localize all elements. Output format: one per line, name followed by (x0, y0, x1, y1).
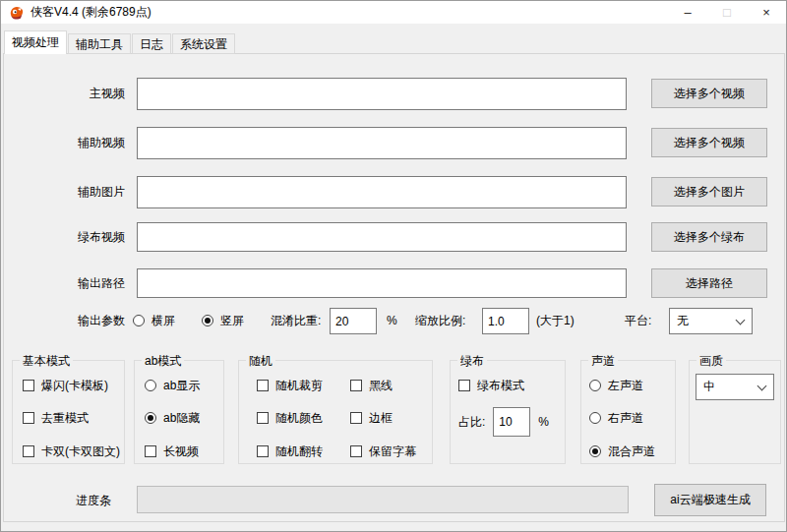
radio-icon (589, 380, 601, 391)
select-aux-images-button[interactable]: 选择多个图片 (651, 177, 767, 207)
radio-icon (202, 315, 213, 326)
keep-subtitles-label: 保留字幕 (369, 443, 416, 460)
platform-select[interactable]: 无 (669, 308, 753, 334)
green-ratio-label: 占比: (458, 414, 485, 431)
checkbox-icon (458, 380, 470, 391)
left-channel-radio[interactable]: 左声道 (589, 376, 643, 395)
chevron-down-icon (736, 317, 745, 325)
border-checkbox[interactable]: 边框 (350, 408, 393, 428)
quality-value: 中 (703, 379, 715, 395)
close-button[interactable]: × (747, 1, 786, 24)
window-title: 侠客V4.4 (剩余6789点) (30, 4, 151, 21)
double-card-checkbox[interactable]: 卡双(卡双图文) (23, 442, 120, 461)
titlebar: 侠客V4.4 (剩余6789点) – □ × (1, 1, 786, 24)
group-green-screen: 绿布 绿布模式 占比: % (450, 360, 566, 464)
checkbox-icon (23, 445, 34, 457)
aux-image-label: 辅助图片 (4, 176, 125, 208)
tab-system-settings[interactable]: 系统设置 (172, 33, 235, 54)
generate-button[interactable]: ai云端极速生成 (654, 484, 766, 516)
random-flip-label: 随机翻转 (275, 443, 323, 460)
landscape-radio[interactable]: 横屏 (133, 307, 175, 334)
output-path-input[interactable] (137, 268, 627, 298)
green-video-input[interactable] (137, 222, 627, 252)
select-path-button[interactable]: 选择路径 (651, 268, 767, 298)
mix-ratio-unit: % (387, 307, 397, 334)
ab-show-radio[interactable]: ab显示 (145, 376, 200, 395)
mixed-channel-label: 混合声道 (608, 443, 655, 460)
random-flip-checkbox[interactable]: 随机翻转 (257, 442, 323, 461)
chevron-down-icon (757, 383, 766, 391)
main-video-label: 主视频 (4, 78, 125, 110)
tab-video-processing[interactable]: 视频处理 (4, 30, 67, 54)
long-video-label: 长视频 (163, 443, 199, 460)
green-mode-checkbox[interactable]: 绿布模式 (458, 376, 524, 395)
random-color-checkbox[interactable]: 随机颜色 (257, 408, 323, 428)
group-audio-title: 声道 (588, 353, 618, 370)
checkbox-icon (257, 380, 269, 391)
window-controls: – □ × (668, 1, 786, 24)
group-green-title: 绿布 (457, 353, 487, 370)
keep-subtitles-checkbox[interactable]: 保留字幕 (350, 442, 416, 461)
landscape-label: 横屏 (151, 313, 175, 329)
radio-icon (589, 412, 601, 424)
border-label: 边框 (369, 410, 393, 427)
platform-label: 平台: (625, 307, 651, 334)
dedup-label: 去重模式 (41, 410, 89, 427)
progress-label: 进度条 (4, 491, 111, 510)
right-channel-radio[interactable]: 右声道 (589, 408, 643, 428)
dedup-checkbox[interactable]: 去重模式 (23, 408, 89, 428)
long-video-checkbox[interactable]: 长视频 (145, 442, 199, 461)
group-basic-mode: 基本模式 爆闪(卡模板) 去重模式 卡双(卡双图文) (12, 360, 125, 464)
group-quality: 画质 中 (689, 360, 781, 464)
tab-content-video-processing: 主视频 选择多个视频 辅助视频 选择多个视频 辅助图片 选择多个图片 绿布视频 … (3, 53, 785, 522)
select-aux-videos-button[interactable]: 选择多个视频 (651, 128, 767, 157)
group-ab-mode: ab模式 ab显示 ab隐藏 长视频 (134, 360, 224, 464)
progress-bar (137, 486, 629, 513)
checkbox-icon (350, 412, 362, 424)
black-line-label: 黑线 (369, 378, 393, 394)
tab-log[interactable]: 日志 (132, 33, 171, 54)
quality-select[interactable]: 中 (696, 374, 774, 400)
aux-image-input[interactable] (137, 176, 627, 208)
radio-icon (145, 380, 156, 391)
flash-label: 爆闪(卡模板) (41, 378, 108, 394)
group-quality-title: 画质 (696, 353, 726, 370)
checkbox-icon (145, 445, 156, 457)
select-main-videos-button[interactable]: 选择多个视频 (651, 79, 767, 108)
left-channel-label: 左声道 (608, 378, 643, 394)
black-line-checkbox[interactable]: 黑线 (350, 376, 393, 395)
green-ratio-unit: % (538, 415, 549, 429)
checkbox-icon (257, 412, 269, 424)
double-card-label: 卡双(卡双图文) (41, 443, 120, 460)
output-params-label: 输出参数 (4, 307, 125, 334)
flash-checkbox[interactable]: 爆闪(卡模板) (23, 376, 108, 395)
group-audio-channel: 声道 左声道 右声道 混合声道 (580, 360, 676, 464)
green-ratio-input[interactable] (493, 407, 530, 437)
right-channel-label: 右声道 (608, 410, 643, 427)
scale-label: 缩放比例: (415, 307, 465, 334)
aux-video-input[interactable] (137, 127, 627, 159)
main-video-input[interactable] (137, 78, 627, 110)
mixed-channel-radio[interactable]: 混合声道 (589, 442, 655, 461)
output-path-label: 输出路径 (4, 268, 125, 298)
checkbox-icon (257, 445, 269, 457)
green-ratio-row: 占比: % (458, 407, 549, 437)
minimize-button[interactable]: – (668, 1, 707, 24)
ab-hide-radio[interactable]: ab隐藏 (145, 408, 200, 428)
portrait-label: 竖屏 (220, 313, 244, 329)
random-crop-checkbox[interactable]: 随机裁剪 (257, 376, 323, 395)
green-video-label: 绿布视频 (4, 222, 125, 252)
portrait-radio[interactable]: 竖屏 (202, 307, 244, 334)
scale-input[interactable] (482, 308, 529, 334)
app-icon (9, 5, 25, 21)
ab-show-label: ab显示 (163, 378, 200, 394)
platform-value: 无 (677, 313, 689, 329)
checkbox-icon (350, 445, 362, 457)
radio-icon (145, 412, 156, 424)
group-ab-title: ab模式 (142, 353, 184, 370)
select-green-videos-button[interactable]: 选择多个绿布 (651, 222, 767, 252)
maximize-button: □ (707, 1, 747, 24)
tab-auxiliary-tools[interactable]: 辅助工具 (68, 33, 131, 54)
tabstrip: 视频处理 辅助工具 日志 系统设置 (4, 30, 236, 54)
mix-ratio-input[interactable] (330, 308, 377, 334)
